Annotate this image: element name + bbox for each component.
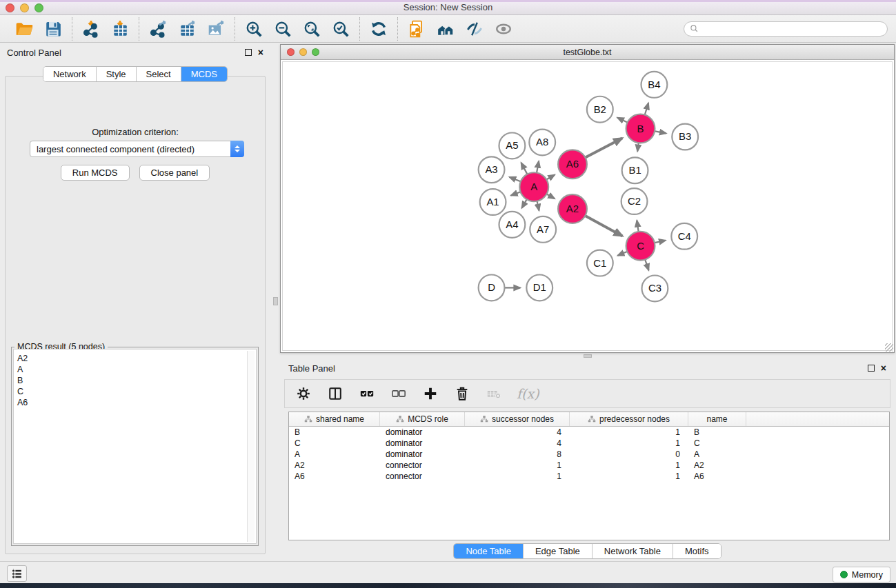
import-table-icon[interactable] [110, 19, 130, 39]
network-close-button[interactable] [287, 48, 295, 56]
svg-text:A6: A6 [566, 158, 579, 170]
task-history-button[interactable] [7, 565, 27, 582]
zoom-out-icon[interactable] [273, 19, 292, 39]
result-list-item[interactable]: A [17, 364, 256, 375]
deselect-all-icon[interactable] [390, 385, 408, 403]
graph-node-C4[interactable]: C4 [671, 223, 697, 250]
graph-node-D[interactable]: D [479, 275, 505, 301]
close-panel-icon[interactable]: × [258, 49, 263, 56]
network-window-titlebar[interactable]: testGlobe.txt [281, 45, 894, 60]
add-row-icon[interactable] [421, 385, 439, 403]
refresh-icon[interactable] [369, 19, 388, 39]
graph-node-C[interactable]: C [626, 232, 655, 261]
home-icon[interactable] [436, 19, 455, 39]
graph-node-B1[interactable]: B1 [622, 157, 648, 183]
tab-motifs[interactable]: Motifs [673, 544, 721, 558]
horizontal-splitter-handle[interactable] [584, 354, 592, 358]
svg-text:C4: C4 [678, 230, 691, 242]
open-folder-icon[interactable] [14, 19, 34, 39]
float-panel-icon[interactable] [245, 49, 252, 56]
graph-node-A7[interactable]: A7 [530, 216, 556, 243]
tab-node-table[interactable]: Node Table [454, 544, 524, 558]
tab-edge-table[interactable]: Edge Table [524, 544, 593, 558]
table-row[interactable]: A2connector11A2 [289, 460, 889, 471]
column-header-MCDS-role[interactable]: MCDS role [380, 412, 465, 426]
graph-node-D1[interactable]: D1 [526, 275, 552, 301]
graph-edge [585, 216, 623, 236]
graph-node-A5[interactable]: A5 [499, 133, 526, 159]
svg-text:D1: D1 [533, 281, 546, 293]
graph-node-A[interactable]: A [519, 172, 548, 201]
memory-button[interactable]: Memory [833, 567, 890, 582]
run-mcds-button[interactable]: Run MCDS [61, 165, 130, 181]
graph-node-A3[interactable]: A3 [479, 156, 505, 183]
graph-node-A1[interactable]: A1 [480, 189, 506, 215]
network-zoom-button[interactable] [312, 48, 319, 56]
mcds-result-list[interactable]: A2ABCA6 [13, 349, 257, 544]
settings-gear-icon[interactable] [295, 385, 312, 403]
table-row[interactable]: Cdominator41C [289, 438, 889, 449]
zoom-selected-icon[interactable] [331, 19, 350, 39]
column-layout-icon[interactable] [326, 385, 344, 403]
table-row[interactable]: Adominator80A [289, 449, 889, 460]
network-view-window: testGlobe.txt AA1A2A3A4A5A6A7A8BB1B2B3B4… [280, 44, 895, 353]
float-table-panel-icon[interactable] [868, 365, 875, 372]
graph-node-A8[interactable]: A8 [529, 130, 555, 156]
graph-node-A2[interactable]: A2 [558, 194, 587, 223]
tab-style[interactable]: Style [97, 67, 137, 81]
result-list-item[interactable]: A6 [17, 397, 256, 408]
export-image-icon[interactable] [206, 19, 226, 39]
memory-label: Memory [852, 570, 883, 580]
eye-icon[interactable] [494, 19, 513, 39]
scrollbar[interactable] [247, 351, 255, 542]
tab-select[interactable]: Select [137, 67, 181, 81]
network-minimize-button[interactable] [299, 48, 307, 56]
column-header-predecessor-nodes[interactable]: predecessor nodes [570, 412, 688, 426]
tab-network-table[interactable]: Network Table [593, 544, 673, 558]
export-network-icon[interactable] [148, 19, 168, 39]
graph-node-B3[interactable]: B3 [672, 124, 698, 150]
graph-node-A4[interactable]: A4 [499, 212, 526, 238]
import-network-icon[interactable] [81, 19, 101, 39]
delete-table-icon[interactable] [485, 385, 503, 403]
column-header-successor-nodes[interactable]: successor nodes [465, 412, 570, 426]
graph-edge [521, 163, 528, 175]
graph-node-B4[interactable]: B4 [641, 72, 668, 98]
save-icon[interactable] [43, 19, 63, 39]
zoom-in-icon[interactable] [244, 19, 263, 39]
graph-node-C3[interactable]: C3 [642, 276, 668, 302]
close-panel-button[interactable]: Close panel [139, 165, 210, 181]
result-list-item[interactable]: A2 [17, 353, 256, 364]
tab-network[interactable]: Network [43, 67, 97, 81]
hide-details-icon[interactable] [465, 19, 484, 39]
column-header-shared-name[interactable]: shared name [289, 412, 380, 426]
graph-node-C1[interactable]: C1 [587, 250, 613, 276]
zoom-fit-icon[interactable] [302, 19, 321, 39]
graph-node-B[interactable]: B [626, 114, 655, 143]
result-list-item[interactable]: B [17, 375, 256, 386]
vertical-splitter-handle[interactable] [273, 297, 278, 305]
copy-network-icon[interactable] [407, 19, 426, 39]
result-list-item[interactable]: C [17, 386, 256, 397]
resize-grip-icon[interactable] [885, 343, 893, 352]
table-row[interactable]: A6connector11A6 [289, 471, 889, 482]
delete-row-icon[interactable] [453, 385, 471, 403]
dropdown-stepper-icon[interactable] [230, 141, 244, 157]
search-field[interactable] [684, 21, 888, 37]
search-input[interactable] [702, 24, 882, 34]
table-row[interactable]: Bdominator41B [289, 427, 889, 438]
function-builder-icon[interactable]: f(x) [517, 386, 539, 401]
node-table[interactable]: shared nameMCDS rolesuccessor nodesprede… [288, 412, 890, 540]
select-all-icon[interactable] [358, 385, 376, 403]
control-panel-tabs: NetworkStyleSelectMCDS [0, 66, 270, 82]
graph-node-C2[interactable]: C2 [621, 188, 648, 214]
svg-text:B2: B2 [594, 103, 606, 115]
network-canvas[interactable]: AA1A2A3A4A5A6A7A8BB1B2B3B4CC1C2C3C4DD1 [282, 61, 893, 351]
graph-node-A6[interactable]: A6 [558, 150, 587, 179]
export-table-icon[interactable] [177, 19, 197, 39]
close-table-panel-icon[interactable]: × [881, 365, 886, 372]
optimization-dropdown[interactable]: largest connected component (directed) [30, 141, 244, 157]
graph-node-B2[interactable]: B2 [587, 97, 613, 123]
tab-mcds[interactable]: MCDS [181, 67, 227, 81]
column-header-name[interactable]: name [688, 412, 746, 426]
